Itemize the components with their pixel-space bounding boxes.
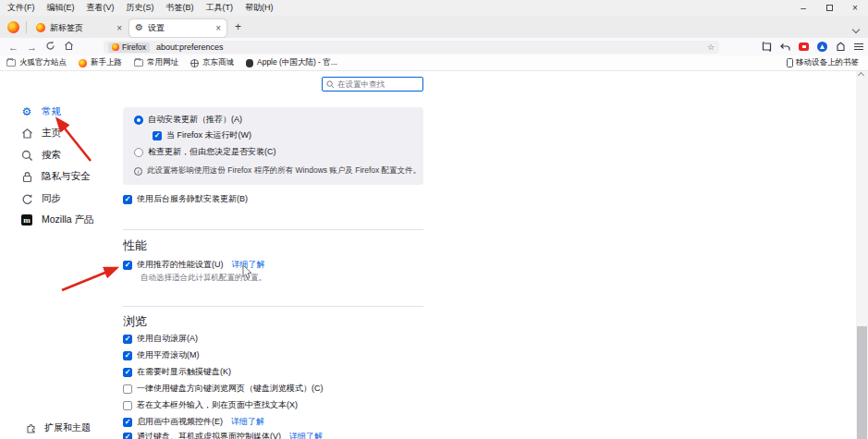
bookmark-label: Apple (中国大陆) - 官... xyxy=(257,57,337,68)
checkbox[interactable] xyxy=(123,368,132,377)
menu-edit[interactable]: 编辑(E) xyxy=(47,2,75,14)
sidebar-item-search[interactable]: 搜索 xyxy=(20,148,61,163)
checkbox-label: 使用平滑滚动(M) xyxy=(137,349,200,361)
screenshot-icon[interactable] xyxy=(762,42,772,52)
apple-icon xyxy=(246,59,253,67)
section-divider xyxy=(123,229,423,230)
checkbox[interactable] xyxy=(123,335,132,344)
bookmark-item[interactable]: Apple (中国大陆) - 官... xyxy=(246,57,337,68)
search-icon xyxy=(326,80,335,89)
bookmark-label: 新手上路 xyxy=(91,57,122,68)
checkbox[interactable] xyxy=(123,384,132,394)
checkbox[interactable] xyxy=(153,131,162,140)
tab-close-icon[interactable]: × xyxy=(215,23,221,33)
bookmark-item[interactable]: 常用网址 xyxy=(134,57,178,68)
section-divider xyxy=(123,306,423,307)
settings-search-input[interactable] xyxy=(337,79,419,89)
mobile-bookmarks[interactable]: 移动设备上的书签 xyxy=(787,57,859,68)
menu-file[interactable]: 文件(F) xyxy=(7,2,35,14)
url-bar[interactable]: Firefox about:preferences ☆ xyxy=(104,41,719,54)
checkbox-caret-browsing[interactable]: 一律使用键盘方向键浏览网页（键盘浏览模式）(C) xyxy=(123,383,324,395)
red-extension-icon[interactable] xyxy=(799,43,809,51)
new-tab-button[interactable]: + xyxy=(235,20,241,33)
checkbox-media-control[interactable]: 通过键盘、耳机或虚拟界面控制媒体(V) 详细了解 xyxy=(123,431,323,439)
checkbox[interactable] xyxy=(123,401,132,410)
menu-bookmarks[interactable]: 书签(B) xyxy=(166,2,194,14)
tab-settings[interactable]: ⚙ 设置 × xyxy=(129,19,226,37)
bookmark-star-icon[interactable]: ☆ xyxy=(707,43,715,52)
performance-heading: 性能 xyxy=(123,238,147,254)
performance-desc: 自动选择适合此计算机配置的设置。 xyxy=(141,273,266,284)
checkbox[interactable] xyxy=(123,433,132,439)
checkbox-when-not-running[interactable]: 当 Firefox 未运行时(W) xyxy=(153,129,251,141)
menu-help[interactable]: 帮助(H) xyxy=(245,2,274,14)
checkbox[interactable] xyxy=(123,351,132,360)
checkbox[interactable] xyxy=(123,261,132,270)
annotation-arrow-general xyxy=(57,119,91,161)
radio-selected[interactable] xyxy=(134,116,143,125)
sidebar-item-mozilla[interactable]: m Mozilla 产品 xyxy=(20,213,94,227)
checkbox-smooth-scrolling[interactable]: 使用平滑滚动(M) xyxy=(123,349,200,361)
bookmark-item[interactable]: 京东商城 xyxy=(190,57,234,68)
undo-arrow-icon[interactable] xyxy=(780,43,790,52)
checkbox-picture-in-picture[interactable]: 启用画中画视频控件(E) 详细了解 xyxy=(123,416,264,428)
tab-label: 设置 xyxy=(148,22,211,34)
checkbox[interactable] xyxy=(123,418,132,427)
checkbox-label: 使用后台服务静默安装更新(B) xyxy=(137,193,248,205)
tab-new-tab[interactable]: 新标签页 × xyxy=(31,19,128,37)
page-scrollbar[interactable] xyxy=(856,71,868,439)
menu-history[interactable]: 历史(S) xyxy=(127,2,154,14)
checkbox-autoscroll[interactable]: 使用自动滚屏(A) xyxy=(123,333,198,345)
scroll-up-icon[interactable] xyxy=(858,72,864,79)
checkbox-find-as-you-type[interactable]: 若在文本框外输入，则在页面中查找文本(X) xyxy=(123,399,298,411)
scrollbar-thumb[interactable] xyxy=(857,326,867,439)
tab-separator xyxy=(26,21,27,33)
toolbar-icons xyxy=(762,39,863,55)
close-button[interactable]: × xyxy=(842,0,868,16)
sidebar-label: 主页 xyxy=(42,127,61,140)
extension-icon[interactable] xyxy=(836,42,846,52)
sidebar-item-extensions[interactable]: 扩展和主题 xyxy=(26,421,91,434)
home-button[interactable] xyxy=(61,41,77,53)
forward-button[interactable]: → xyxy=(24,42,40,53)
window-controls: – × xyxy=(790,0,868,16)
checkbox-recommended-performance[interactable]: 使用推荐的性能设置(U) 详细了解 xyxy=(123,259,265,271)
checkbox-touch-keyboard[interactable]: 在需要时显示触摸键盘(K) xyxy=(123,366,231,378)
radio-auto-update[interactable]: 自动安装更新（推荐）(A) xyxy=(134,114,242,126)
firefox-app-icon[interactable] xyxy=(0,21,26,33)
learn-more-link[interactable]: 详细了解 xyxy=(232,259,265,271)
blue-extension-icon[interactable] xyxy=(817,42,827,52)
tab-list-button[interactable] xyxy=(853,19,861,27)
bookmark-label: 移动设备上的书签 xyxy=(796,57,859,68)
site-identity-chip[interactable]: Firefox xyxy=(108,43,150,53)
sidebar-item-sync[interactable]: 同步 xyxy=(20,191,61,206)
checkbox[interactable] xyxy=(123,195,132,204)
annotation-arrow-performance xyxy=(62,268,116,290)
gear-icon: ⚙ xyxy=(135,23,143,32)
checkbox-label: 启用画中画视频控件(E) xyxy=(137,416,223,428)
bookmark-item[interactable]: 火狐官方站点 xyxy=(6,57,67,68)
checkbox-label: 一律使用键盘方向键浏览网页（键盘浏览模式）(C) xyxy=(137,383,324,395)
bookmark-item[interactable]: 新手上路 xyxy=(79,57,122,68)
sidebar-item-privacy[interactable]: 隐私与安全 xyxy=(20,169,91,184)
radio-check-update[interactable]: 检查更新，但由您决定是否安装(C) xyxy=(134,146,276,158)
menu-tools[interactable]: 工具(T) xyxy=(206,2,234,14)
menu-bar: 文件(F) 编辑(E) 查看(V) 历史(S) 书签(B) 工具(T) 帮助(H… xyxy=(0,0,868,16)
reload-button[interactable] xyxy=(43,41,58,53)
checkbox-label: 通过键盘、耳机或虚拟界面控制媒体(V) xyxy=(137,431,281,439)
learn-more-link[interactable]: 详细了解 xyxy=(289,431,323,439)
chip-label: Firefox xyxy=(122,43,146,52)
maximize-button[interactable] xyxy=(816,0,842,16)
checkbox-label: 使用推荐的性能设置(U) xyxy=(137,259,224,271)
tab-close-icon[interactable]: × xyxy=(116,23,122,33)
learn-more-link[interactable]: 详细了解 xyxy=(231,416,264,428)
sidebar-item-home[interactable]: 主页 xyxy=(20,126,61,140)
back-button[interactable]: ← xyxy=(6,42,21,53)
sidebar-item-general[interactable]: ⚙ 常规 xyxy=(20,104,61,119)
firefox-icon xyxy=(79,59,87,67)
menu-view[interactable]: 查看(V) xyxy=(87,2,115,14)
app-menu-icon[interactable] xyxy=(854,42,863,52)
radio-unselected[interactable] xyxy=(134,148,143,157)
minimize-button[interactable]: – xyxy=(790,0,816,16)
checkbox-background-update[interactable]: 使用后台服务静默安装更新(B) xyxy=(123,193,248,205)
